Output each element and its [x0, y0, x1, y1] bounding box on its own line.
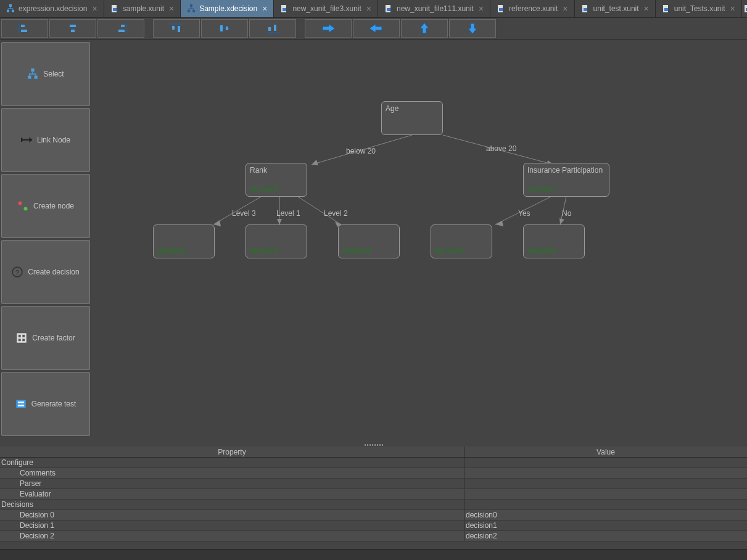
- close-icon[interactable]: ×: [728, 4, 736, 14]
- cell-value[interactable]: [464, 468, 747, 478]
- tab-overflow[interactable]: [742, 0, 747, 17]
- svg-rect-37: [274, 25, 276, 31]
- cell-value[interactable]: decision1: [464, 521, 747, 530]
- node-insurance[interactable]: Insurance Participation decision2: [523, 163, 609, 197]
- row-decision0[interactable]: Decision 0decision0: [0, 510, 747, 521]
- close-icon[interactable]: ×: [561, 4, 569, 14]
- row-parser[interactable]: Parser: [0, 479, 747, 489]
- svg-rect-35: [266, 32, 279, 33]
- tab-new-xunit-file3[interactable]: new_xunit_file3.xunit ×: [274, 0, 378, 17]
- edge-label-level2: Level 2: [324, 209, 348, 218]
- header-property[interactable]: Property: [0, 447, 464, 457]
- tab-label: new_xunit_file111.xunit: [397, 4, 474, 13]
- palette-create-factor[interactable]: Create factor: [1, 306, 90, 370]
- move-left-button[interactable]: [353, 19, 400, 38]
- row-decision2[interactable]: Decision 2decision2: [0, 531, 747, 541]
- tab-new-xunit-file111[interactable]: new_xunit_file111.xunit ×: [378, 0, 490, 17]
- cell-property: Decisions: [0, 500, 464, 509]
- cell-value[interactable]: decision2: [464, 531, 747, 541]
- grip-icon: [365, 444, 383, 446]
- node-label: Rank: [250, 166, 267, 175]
- cell-value[interactable]: [464, 500, 747, 509]
- cell-value[interactable]: [464, 479, 747, 488]
- svg-text:?: ?: [15, 269, 19, 276]
- node-leaf-decision6[interactable]: decision6: [153, 224, 215, 258]
- palette-link-node[interactable]: Link Node: [1, 108, 90, 172]
- cell-property: Parser: [0, 479, 464, 488]
- node-age[interactable]: Age: [381, 101, 443, 135]
- move-right-button[interactable]: [305, 19, 352, 38]
- align-top-button[interactable]: [153, 19, 200, 38]
- close-icon[interactable]: ×: [365, 4, 373, 14]
- move-down-button[interactable]: [449, 19, 496, 38]
- align-center-h-button[interactable]: [49, 19, 96, 38]
- tab-unit-tests-xunit[interactable]: unit_Tests.xunit ×: [656, 0, 742, 17]
- cell-value[interactable]: decision0: [464, 510, 747, 520]
- svg-rect-29: [170, 23, 183, 25]
- svg-rect-56: [23, 339, 25, 341]
- close-icon[interactable]: ×: [91, 4, 98, 14]
- svg-rect-53: [19, 335, 21, 337]
- node-leaf-decision5[interactable]: decision5: [431, 224, 492, 258]
- row-decisions[interactable]: Decisions: [0, 500, 747, 510]
- palette-create-node[interactable]: Create node: [1, 174, 90, 238]
- tree-icon: [187, 4, 196, 13]
- main-area: Select Link Node Create node ? Create de…: [0, 39, 747, 447]
- palette-label: Select: [43, 70, 64, 78]
- cell-value[interactable]: [464, 489, 747, 499]
- palette-select[interactable]: Select: [1, 42, 90, 106]
- align-right-button[interactable]: [97, 19, 144, 38]
- horizontal-scrollbar[interactable]: [0, 549, 747, 560]
- tab-sample-xunit[interactable]: sample.xunit ×: [104, 0, 181, 17]
- node-leaf-decision8[interactable]: decision8: [523, 224, 585, 258]
- property-grid-rows[interactable]: Configure Comments Parser Evaluator Deci…: [0, 458, 747, 560]
- move-up-button[interactable]: [401, 19, 448, 38]
- svg-rect-27: [121, 25, 125, 27]
- align-middle-v-button[interactable]: [201, 19, 248, 38]
- generate-test-icon: [15, 398, 27, 410]
- row-comments[interactable]: Comments: [0, 468, 747, 479]
- tab-unit-test-xunit[interactable]: unit_test.xunit ×: [575, 0, 656, 17]
- tab-expression-xdecision[interactable]: expression.xdecision ×: [0, 0, 104, 17]
- cell-property: Decision 0: [0, 510, 464, 520]
- tab-label: new_xunit_file3.xunit: [292, 4, 361, 13]
- close-icon[interactable]: ×: [168, 4, 175, 14]
- svg-rect-5: [190, 4, 192, 7]
- cell-value[interactable]: [464, 458, 747, 467]
- close-icon[interactable]: ×: [477, 4, 485, 14]
- palette-label: Create decision: [28, 268, 79, 276]
- node-rank[interactable]: Rank decision1: [246, 163, 307, 197]
- palette-generate-test[interactable]: Generate test: [1, 372, 90, 436]
- tab-sample-xdecision[interactable]: Sample.xdecision ×: [181, 0, 274, 17]
- edge-label-yes: Yes: [518, 209, 530, 218]
- palette-label: Generate test: [31, 400, 76, 408]
- xunit-file-icon: [497, 4, 505, 13]
- header-value[interactable]: Value: [464, 447, 747, 457]
- property-grid-header: Property Value: [0, 447, 747, 458]
- close-icon[interactable]: ×: [643, 4, 650, 14]
- close-icon[interactable]: ×: [261, 4, 268, 14]
- row-configure[interactable]: Configure: [0, 458, 747, 468]
- align-bottom-button[interactable]: [249, 19, 296, 38]
- xunit-file-icon: [280, 4, 289, 13]
- node-leaf-decision3[interactable]: decision3: [246, 224, 307, 258]
- svg-marker-39: [369, 24, 382, 33]
- svg-marker-65: [213, 220, 221, 226]
- tab-label: sample.xunit: [123, 4, 164, 13]
- tree-icon: [6, 4, 15, 13]
- decision-icon: ?: [12, 266, 23, 278]
- tab-label: unit_test.xunit: [593, 4, 639, 13]
- svg-rect-6: [188, 10, 190, 12]
- palette-create-decision[interactable]: ? Create decision: [1, 240, 90, 304]
- svg-marker-41: [468, 23, 477, 34]
- row-evaluator[interactable]: Evaluator: [0, 489, 747, 500]
- diagram-canvas[interactable]: Age Rank decision1 Insurance Participati…: [91, 39, 747, 447]
- node-leaf-decision4[interactable]: decision4: [338, 224, 400, 258]
- svg-rect-15: [584, 8, 587, 11]
- tab-reference-xunit[interactable]: reference.xunit ×: [490, 0, 575, 17]
- row-decision1[interactable]: Decision 1decision1: [0, 521, 747, 531]
- align-left-button[interactable]: [1, 19, 48, 38]
- svg-rect-30: [172, 26, 175, 30]
- svg-rect-36: [268, 27, 271, 31]
- cell-property: Comments: [0, 468, 464, 478]
